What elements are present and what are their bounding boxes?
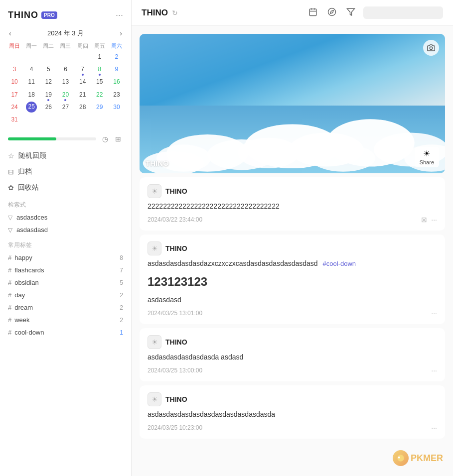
calendar-icon[interactable] — [306, 5, 319, 20]
cal-day[interactable]: 12 — [40, 76, 57, 88]
filter-item-2[interactable]: ▽ asdasdasd — [0, 224, 131, 236]
feed-tag-2[interactable]: #cool-down — [323, 260, 356, 267]
cal-day[interactable] — [40, 51, 57, 63]
cal-day[interactable]: 16 — [108, 76, 125, 88]
tag-day[interactable]: # day 2 — [0, 289, 131, 301]
compass-icon[interactable] — [325, 5, 338, 20]
tag-happy[interactable]: # happy 8 — [0, 251, 131, 264]
main-content: THINO ↻ — [132, 0, 453, 476]
tag-dream[interactable]: # dream 2 — [0, 301, 131, 314]
feed-card-2: ☀ THINO asdasdasdasdasdazxczxczxcasdasda… — [140, 235, 445, 324]
tag-count: 2 — [120, 292, 123, 299]
sky-image — [140, 34, 445, 173]
cal-day[interactable] — [57, 114, 74, 126]
cal-day[interactable] — [6, 51, 23, 63]
camera-overlay-button[interactable] — [423, 40, 439, 56]
cal-day[interactable]: 9 — [108, 63, 125, 76]
cal-today[interactable]: 25 — [26, 102, 37, 113]
cal-next-button[interactable]: › — [117, 28, 125, 38]
cal-day[interactable]: 13 — [57, 76, 74, 88]
more-button-1[interactable]: ··· — [431, 216, 437, 224]
cal-day[interactable]: 23 — [108, 89, 125, 101]
tag-flashcards[interactable]: # flashcards 7 — [0, 264, 131, 276]
cal-day[interactable]: 22 — [91, 89, 108, 101]
cal-header-mon: 周一 — [23, 41, 40, 51]
tag-label: happy — [14, 254, 32, 261]
cal-day[interactable] — [108, 114, 125, 126]
more-button-4[interactable]: ··· — [431, 424, 437, 432]
more-icon[interactable]: ··· — [116, 10, 123, 20]
nav-archive[interactable]: ⊟ 归档 — [0, 164, 131, 180]
feed-actions-2: ··· — [431, 309, 437, 317]
cal-day[interactable]: 5 — [40, 63, 57, 76]
filter-icon-2: ▽ — [8, 227, 12, 234]
feed-username-2: THINO — [165, 244, 187, 252]
tag-cool-down[interactable]: # cool-down 1 — [0, 326, 131, 339]
filter-item-1[interactable]: ▽ asdasdces — [0, 211, 131, 224]
cal-week-5: 24 25 26 27 28 29 30 — [6, 101, 125, 114]
more-button-2[interactable]: ··· — [431, 309, 437, 317]
cal-header-thu: 周四 — [74, 41, 91, 51]
cal-day[interactable]: 8 — [91, 63, 108, 76]
tag-count: 7 — [120, 267, 123, 274]
nav-trash[interactable]: ✿ 回收站 — [0, 180, 131, 196]
more-button-3[interactable]: ··· — [431, 366, 437, 374]
trash-icon: ✿ — [8, 184, 14, 192]
cal-day[interactable]: 6 — [57, 63, 74, 76]
cal-day[interactable]: 30 — [108, 101, 125, 114]
cal-day[interactable]: 3 — [6, 63, 23, 76]
feed-avatar-2: ☀ — [148, 241, 161, 255]
feed-card-header-2: ☀ THINO — [148, 241, 437, 255]
hash-icon: # — [8, 316, 11, 324]
nav-random-review[interactable]: ☆ 随机回顾 — [0, 148, 131, 164]
cal-day[interactable]: 19 — [40, 89, 57, 101]
cal-day[interactable]: 1 — [91, 51, 108, 63]
tag-obsidian[interactable]: # obsidian 5 — [0, 276, 131, 289]
cal-day[interactable] — [74, 51, 91, 63]
cal-day[interactable]: 21 — [74, 89, 91, 101]
share-button[interactable]: ☀ Share — [415, 147, 439, 167]
cal-week-2: 3 4 5 6 7 8 9 — [6, 63, 125, 76]
cal-header-sun: 周日 — [6, 41, 23, 51]
cal-prev-button[interactable]: ‹ — [6, 28, 14, 38]
cal-day[interactable] — [74, 114, 91, 126]
tag-count: 2 — [120, 304, 123, 311]
search-input[interactable] — [363, 6, 443, 19]
nav-label-archive: 归档 — [18, 167, 32, 176]
feed-card-header: ☀ THINO — [148, 184, 437, 198]
grid-icon[interactable]: ⊞ — [113, 134, 123, 144]
svg-point-18 — [311, 144, 375, 171]
cal-day[interactable]: 29 — [91, 101, 108, 114]
cal-day[interactable]: 20 — [57, 89, 74, 101]
feed-username-3: THINO — [165, 338, 187, 346]
cal-day[interactable]: 27 — [57, 101, 74, 114]
cal-day[interactable]: 17 — [6, 89, 23, 101]
cal-day[interactable]: 31 — [6, 114, 23, 126]
tag-label: obsidian — [14, 279, 38, 286]
cal-day[interactable] — [23, 51, 40, 63]
cal-day[interactable] — [23, 114, 40, 126]
cal-day[interactable]: 4 — [23, 63, 40, 76]
tag-count: 2 — [120, 317, 123, 324]
cal-day[interactable]: 10 — [6, 76, 23, 88]
cal-day[interactable]: 11 — [23, 76, 40, 88]
cal-day[interactable]: 18 — [23, 89, 40, 101]
feed-date-1: 2024/03/22 23:44:00 — [148, 216, 202, 223]
tag-count: 5 — [120, 279, 123, 286]
cal-day[interactable]: 28 — [74, 101, 91, 114]
avatar-sun-icon-3: ☀ — [151, 338, 158, 346]
clock-icon[interactable]: ◷ — [100, 134, 110, 144]
cal-day[interactable]: 7 — [74, 63, 91, 76]
cal-day[interactable]: 2 — [108, 51, 125, 63]
tag-week[interactable]: # week 2 — [0, 314, 131, 326]
cal-day[interactable] — [57, 51, 74, 63]
hash-icon: # — [8, 329, 11, 336]
cal-day[interactable] — [91, 114, 108, 126]
cal-day[interactable] — [40, 114, 57, 126]
cal-day[interactable]: 14 — [74, 76, 91, 88]
pin-button-1[interactable]: ⊠ — [421, 216, 427, 224]
cal-day[interactable]: 24 — [6, 101, 23, 114]
cal-day[interactable]: 15 — [91, 76, 108, 88]
cal-day[interactable]: 26 — [40, 101, 57, 114]
filter-topbar-icon[interactable] — [344, 5, 357, 20]
